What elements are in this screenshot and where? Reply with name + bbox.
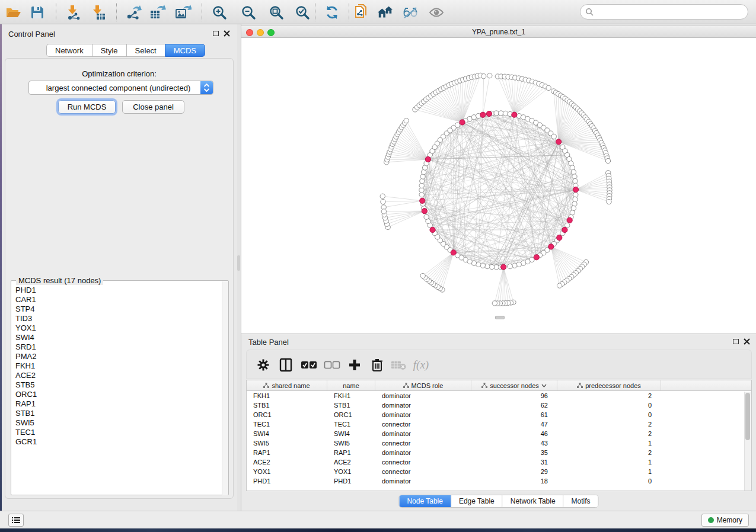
column-header-name[interactable]: name [327,380,375,390]
mcds-hub-node[interactable] [451,250,456,255]
network-node[interactable] [404,118,409,123]
network-window-titlebar[interactable]: YPA_prune.txt_1 [241,25,756,38]
mcds-result-item[interactable]: TEC1 [12,428,223,437]
network-node[interactable] [485,264,490,268]
network-node[interactable] [380,194,385,198]
mcds-hub-node[interactable] [556,139,562,145]
mcds-hub-node[interactable] [501,264,506,270]
mcds-hub-node[interactable] [422,209,427,214]
table-row[interactable]: SWI5SWI5connector431 [247,438,751,448]
mcds-hub-node[interactable] [430,227,435,232]
tab-mcds[interactable]: MCDS [165,44,205,57]
mcds-result-item[interactable]: YOX1 [12,323,223,333]
mcds-hub-node[interactable] [425,156,430,162]
open-folder-icon[interactable] [5,4,22,21]
add-column-icon[interactable] [346,357,363,373]
mcds-result-item[interactable]: STP4 [12,305,223,314]
search-input[interactable] [594,8,748,16]
network-node[interactable] [499,111,503,116]
network-node[interactable] [489,264,494,269]
mcds-result-item[interactable]: STB1 [12,409,223,418]
column-header-MCDS-role[interactable]: MCDS role [375,380,471,390]
export-network-icon[interactable] [126,4,142,21]
network-node[interactable] [571,169,576,174]
export-image-icon[interactable] [175,4,192,21]
network-node[interactable] [455,123,460,127]
home-networks-icon[interactable] [377,4,394,21]
network-node[interactable] [420,178,425,183]
zoom-window-traffic-light[interactable] [267,29,275,36]
mcds-result-item[interactable]: SWI4 [12,333,223,342]
gear-icon[interactable] [255,357,272,373]
mcds-result-item[interactable]: STB5 [12,380,223,390]
network-canvas[interactable] [241,38,756,334]
mcds-result-item[interactable]: FKH1 [12,361,223,371]
mcds-hub-node[interactable] [534,255,539,260]
network-node[interactable] [605,158,610,163]
table-row[interactable]: SWI4SWI4dominator462 [247,429,751,438]
tab-edge-table[interactable]: Edge Table [451,495,503,507]
table-row[interactable]: ACE2ACE2connector311 [247,457,751,467]
run-mcds-button[interactable]: Run MCDS [58,100,116,114]
network-node[interactable] [573,193,578,197]
network-node[interactable] [573,178,578,183]
table-row[interactable]: ORC1ORC1dominator610 [247,410,751,419]
hide-glasses-icon[interactable] [402,4,419,21]
network-node[interactable] [572,174,577,179]
column-header-shared-name[interactable]: shared name [247,380,327,390]
network-node[interactable] [420,273,425,278]
mcds-result-list[interactable]: PHD1CAR1STP4TID3YOX1SWI4SRD1PMA2FKH1ACE2… [12,286,223,495]
close-panel-icon[interactable] [224,30,230,37]
mcds-hub-node[interactable] [486,111,492,116]
table-row[interactable]: YOX1YOX1connector291 [247,467,751,476]
mcds-result-item[interactable]: TID3 [12,314,223,323]
float-table-panel-icon[interactable] [733,339,739,344]
network-node[interactable] [573,197,578,201]
network-node[interactable] [419,183,424,188]
table-scrollbar-thumb[interactable] [745,393,750,440]
table-scrollbar[interactable] [744,392,751,491]
mcds-hub-node[interactable] [460,120,465,125]
close-table-panel-icon[interactable] [744,338,750,345]
import-table-icon[interactable] [90,4,107,21]
mcds-hub-node[interactable] [548,244,554,249]
network-node[interactable] [381,199,385,204]
table-row[interactable]: FKH1FKH1dominator962 [247,391,751,400]
table-row[interactable]: TEC1TEC1connector472 [247,419,751,429]
network-node[interactable] [551,134,556,139]
tab-style[interactable]: Style [92,44,126,57]
mcds-result-item[interactable]: PHD1 [12,286,223,295]
optimization-criterion-select[interactable]: largest connected component (undirected) [28,81,213,95]
tab-network[interactable]: Network [46,44,92,57]
export-table-icon[interactable] [149,4,166,21]
network-node[interactable] [487,73,492,78]
show-eye-icon[interactable] [428,4,445,21]
task-history-button[interactable] [8,514,24,527]
mcds-result-item[interactable]: PMA2 [12,352,223,361]
close-window-traffic-light[interactable] [246,29,253,36]
clone-network-icon[interactable] [352,4,369,21]
minimize-window-traffic-light[interactable] [257,29,264,36]
splitter-handle[interactable] [237,255,240,271]
select-all-icon[interactable] [301,357,317,373]
mcds-result-item[interactable]: GCR1 [12,437,223,447]
import-network-icon[interactable] [65,4,82,21]
mcds-hub-node[interactable] [567,217,572,223]
mcds-result-item[interactable]: ACE2 [12,371,223,380]
mcds-hub-node[interactable] [512,112,517,117]
zoom-in-icon[interactable] [211,4,228,21]
tab-select[interactable]: Select [126,44,165,57]
zoom-out-icon[interactable] [240,4,257,21]
network-node[interactable] [492,301,497,306]
mcds-hub-node[interactable] [557,235,562,241]
network-node[interactable] [512,263,517,268]
network-node[interactable] [381,209,386,214]
search-field[interactable] [580,4,748,20]
mcds-result-item[interactable]: RAP1 [12,399,223,409]
network-node[interactable] [419,188,424,193]
network-node[interactable] [503,111,508,116]
column-mode-icon[interactable] [277,357,294,373]
float-panel-icon[interactable] [213,31,219,36]
save-icon[interactable] [29,4,46,21]
zoom-selected-icon[interactable] [294,4,311,21]
